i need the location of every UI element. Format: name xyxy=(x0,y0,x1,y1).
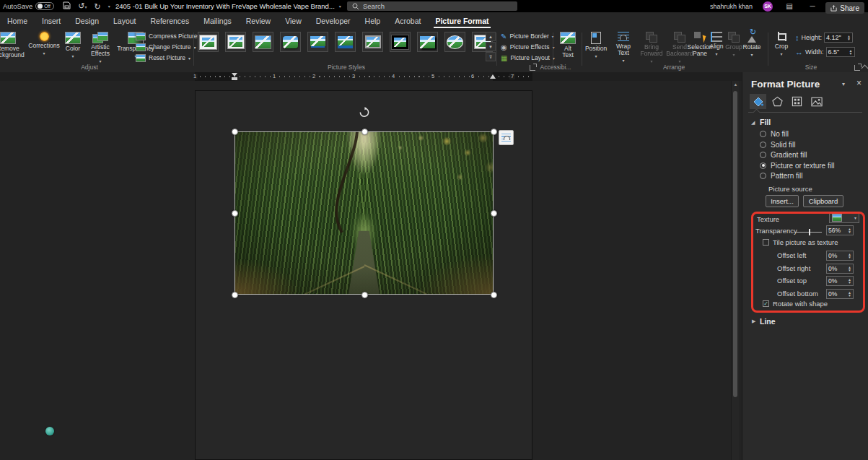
gallery-up-icon[interactable]: ▲ xyxy=(486,32,496,41)
picture-style-3[interactable] xyxy=(253,32,273,52)
tab-home[interactable]: Home xyxy=(0,13,35,29)
scroll-up-icon[interactable]: ▲ xyxy=(732,82,740,87)
wrap-text-button[interactable]: WrapText▾ xyxy=(610,29,637,65)
picture-style-6[interactable] xyxy=(335,32,356,52)
alt-text-button[interactable]: AltText xyxy=(556,29,580,65)
radio-pattern-fill[interactable] xyxy=(760,173,766,179)
fill-option-gradient-fill[interactable]: Gradient fill xyxy=(760,151,807,159)
tab-references[interactable]: References xyxy=(144,13,197,29)
line-section-header[interactable]: Line xyxy=(760,317,776,326)
rotate-button[interactable]: Rotate▾ xyxy=(739,29,765,65)
fill-section-header[interactable]: Fill xyxy=(760,118,771,126)
offset-top-spinner[interactable]: ▲▼ xyxy=(848,278,851,284)
remove-background-button[interactable]: RemoveBackground xyxy=(0,29,26,65)
selection-handle[interactable] xyxy=(361,129,368,135)
picture-style-7[interactable] xyxy=(362,32,383,52)
offset-left-input[interactable]: 0%▲▼ xyxy=(826,251,854,261)
radio-gradient-fill[interactable] xyxy=(760,152,766,158)
width-input[interactable]: 6.5"▲▼ xyxy=(826,47,855,57)
fill-section-arrow-icon[interactable]: ◢ xyxy=(751,120,755,126)
height-spinner[interactable]: ▲▼ xyxy=(847,35,851,40)
reset-picture-button[interactable]: Reset Picture▾ xyxy=(136,53,201,63)
fill-option-solid-fill[interactable]: Solid fill xyxy=(760,141,795,149)
tab-layout[interactable]: Layout xyxy=(106,13,144,29)
radio-no-fill[interactable] xyxy=(760,131,766,137)
search-input[interactable]: Search xyxy=(347,1,517,11)
fill-option-picture-or-texture-fill[interactable]: Picture or texture fill xyxy=(760,162,834,170)
tab-acrobat[interactable]: Acrobat xyxy=(387,13,428,29)
tab-insert[interactable]: Insert xyxy=(35,13,68,29)
transparency-spinner[interactable]: ▲▼ xyxy=(848,227,851,233)
minimize-button[interactable]: ─ xyxy=(806,2,819,10)
gallery-more-icon[interactable]: ⊽ xyxy=(486,52,496,61)
collapse-ribbon-icon[interactable] xyxy=(862,65,868,72)
hanging-indent-marker[interactable] xyxy=(232,77,237,80)
picture-style-8[interactable] xyxy=(390,32,411,52)
selection-handle[interactable] xyxy=(232,292,238,298)
vertical-scrollbar[interactable]: ▲ xyxy=(731,81,739,460)
transparency-input[interactable]: 56%▲▼ xyxy=(826,225,854,235)
offset-top-input[interactable]: 0%▲▼ xyxy=(826,276,854,286)
autosave-toggle[interactable]: AutoSave Off xyxy=(3,2,54,10)
picture-style-5[interactable] xyxy=(307,32,328,52)
selection-handle[interactable] xyxy=(361,292,368,298)
color-button[interactable]: Color▾ xyxy=(62,29,84,65)
tab-picture-format[interactable]: Picture Format xyxy=(428,13,496,29)
tab-view[interactable]: View xyxy=(278,13,309,29)
tab-mailings[interactable]: Mailings xyxy=(196,13,239,29)
share-button[interactable]: Share xyxy=(825,2,864,14)
offset-right-spinner[interactable]: ▲▼ xyxy=(848,266,851,272)
picture-style-10[interactable] xyxy=(444,32,465,52)
document-title[interactable]: 2405 -01 Bulk Up Your Inventory With Fre… xyxy=(115,2,341,10)
right-indent-marker[interactable] xyxy=(490,74,496,79)
avatar[interactable]: SK xyxy=(763,1,773,12)
redo-icon[interactable]: ↻ xyxy=(94,3,100,10)
picture-style-1[interactable] xyxy=(198,32,219,52)
tab-review[interactable]: Review xyxy=(239,13,278,29)
offset-bottom-input[interactable]: 0%▲▼ xyxy=(826,289,854,299)
offset-right-input[interactable]: 0%▲▼ xyxy=(826,264,854,274)
picture-style-4[interactable] xyxy=(280,32,301,52)
undo-icon[interactable]: ↺▾ xyxy=(78,2,87,11)
selection-handle[interactable] xyxy=(491,129,497,135)
tab-effects[interactable] xyxy=(769,94,786,109)
gallery-down-icon[interactable]: ▼ xyxy=(486,42,496,51)
line-section-arrow-icon[interactable]: ▶ xyxy=(752,318,755,324)
rotate-with-shape-checkbox[interactable]: ✓ xyxy=(763,300,769,307)
ribbon-display-options-icon[interactable]: ▤ xyxy=(783,2,796,10)
slider-thumb[interactable] xyxy=(809,229,810,235)
width-spinner[interactable]: ▲▼ xyxy=(849,49,853,55)
tab-fill-line[interactable] xyxy=(750,94,766,109)
layout-options-button[interactable] xyxy=(499,130,514,145)
tile-picture-checkbox[interactable] xyxy=(763,239,769,246)
pane-close-icon[interactable]: × xyxy=(856,78,862,88)
picture-border-button[interactable]: ✎Picture Border▾ xyxy=(501,31,555,41)
offset-left-spinner[interactable]: ▲▼ xyxy=(848,253,851,259)
selection-handle[interactable] xyxy=(232,210,238,217)
picture-styles-dialog-launcher[interactable] xyxy=(530,65,535,71)
size-dialog-launcher[interactable] xyxy=(854,65,860,71)
texture-dropdown[interactable]: ▾ xyxy=(829,212,859,223)
fill-option-pattern-fill[interactable]: Pattern fill xyxy=(760,172,802,180)
selection-handle[interactable] xyxy=(491,210,497,217)
compress-pictures-button[interactable]: Compress Pictures xyxy=(136,31,201,41)
transparency-slider[interactable] xyxy=(794,232,822,233)
selection-handle[interactable] xyxy=(491,292,497,298)
picture-style-2[interactable] xyxy=(225,32,246,52)
artistic-effects-button[interactable]: ArtisticEffects▾ xyxy=(85,29,115,65)
crop-button[interactable]: Crop ▾ xyxy=(771,29,792,65)
tab-developer[interactable]: Developer xyxy=(309,13,358,29)
rotate-handle[interactable] xyxy=(359,107,369,118)
corrections-button[interactable]: Corrections▾ xyxy=(27,29,61,65)
offset-bottom-spinner[interactable]: ▲▼ xyxy=(848,291,851,297)
pane-menu-icon[interactable]: ▾ xyxy=(842,81,845,87)
radio-solid-fill[interactable] xyxy=(760,142,766,148)
left-indent-marker[interactable] xyxy=(232,73,237,77)
qat-customize-icon[interactable]: ▾ xyxy=(108,4,110,9)
radio-picture-or-texture-fill[interactable] xyxy=(760,162,766,169)
picture-style-9[interactable] xyxy=(417,32,438,52)
tab-help[interactable]: Help xyxy=(358,13,388,29)
change-picture-button[interactable]: Change Picture▾ xyxy=(136,42,201,52)
picture-layout-button[interactable]: ▦Picture Layout▾ xyxy=(501,53,555,63)
clipboard-button[interactable]: Clipboard xyxy=(803,195,843,207)
